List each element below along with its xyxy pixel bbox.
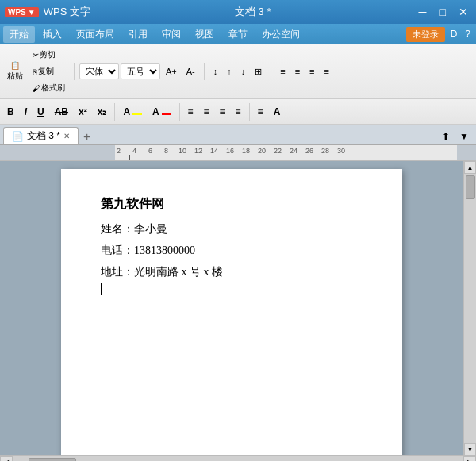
highlight-label: A	[123, 106, 129, 117]
highlight-button[interactable]: A	[119, 105, 146, 119]
font-shrink-button[interactable]: A-	[182, 64, 199, 79]
close-button[interactable]: ✕	[455, 6, 471, 18]
wps-logo-arrow: ▼	[28, 8, 36, 17]
paste-icon: 📋	[10, 61, 20, 70]
cut-button[interactable]: ✂ 剪切	[29, 47, 69, 63]
menu-item-review[interactable]: 审阅	[155, 26, 187, 43]
copy-button[interactable]: ⎘ 复制	[29, 63, 69, 79]
text-right-button[interactable]: ≡	[216, 105, 229, 119]
ruler-num-22: 22	[274, 147, 282, 155]
align-justify-button[interactable]: ≡	[321, 64, 333, 79]
highlight-color	[132, 113, 142, 115]
minimize-button[interactable]: ─	[416, 6, 430, 18]
sort-button[interactable]: ↓	[237, 64, 250, 79]
h-scroll-thumb[interactable]	[29, 458, 76, 461]
italic-button[interactable]: I	[21, 105, 31, 119]
h-scroll-track	[13, 456, 463, 461]
ruler-num-28: 28	[321, 147, 329, 155]
bold-button[interactable]: B	[3, 105, 18, 119]
title-doc-name: 文档 3 *	[235, 5, 271, 19]
page-content: 第九软件网 姓名：李小曼 电话：13813800000 地址：光明南路 x 号 …	[101, 193, 363, 295]
ruler-content: 2 4 6 8 10 12 14 16 18 20 22 24 26 28 30	[115, 145, 457, 160]
superscript-button[interactable]: x²	[75, 105, 91, 119]
document-title: 第九软件网	[101, 193, 363, 216]
text-left-button[interactable]: ≡	[184, 105, 198, 119]
document-line1: 姓名：李小曼	[101, 219, 363, 239]
scroll-left-button[interactable]: ◀	[0, 456, 13, 461]
ruler-num-14: 14	[210, 147, 218, 155]
menu-item-reference[interactable]: 引用	[122, 26, 154, 43]
table-button[interactable]: ⊞	[251, 64, 266, 79]
copy-icon: ⎘	[33, 67, 37, 76]
text-center-button[interactable]: ≡	[200, 105, 213, 119]
toolbar-row1: 📋 粘贴 ✂ 剪切 ⎘ 复制 🖌 格式刷 宋体 五号 A+ A-	[0, 44, 476, 99]
title-bar: WPS ▼ WPS 文字 文档 3 * ─ □ ✕	[0, 0, 476, 24]
font-grow-button[interactable]: A+	[162, 64, 181, 79]
font-color-button[interactable]: A	[148, 105, 175, 119]
wps-logo[interactable]: WPS ▼	[5, 7, 39, 17]
help-icon[interactable]: ?	[463, 29, 473, 40]
align-center-button[interactable]: ≡	[291, 64, 304, 79]
tab-expand-button[interactable]: ⬆	[438, 129, 454, 144]
separator1	[74, 63, 75, 80]
document-page[interactable]: 第九软件网 姓名：李小曼 电话：13813800000 地址：光明南路 x 号 …	[61, 169, 402, 455]
ruler-num-16: 16	[226, 147, 234, 155]
paste-group: 📋 粘贴 ✂ 剪切 ⎘ 复制 🖌 格式刷	[3, 47, 69, 96]
paste-button[interactable]: 📋 粘贴	[3, 59, 27, 84]
tab-doc3-label: 文档 3 *	[27, 129, 60, 143]
ruler-num-26: 26	[305, 147, 313, 155]
ruler-num-24: 24	[290, 147, 298, 155]
ruler: 2 4 6 8 10 12 14 16 18 20 22 24 26 28 30	[0, 145, 476, 161]
underline-button[interactable]: U	[33, 105, 48, 119]
tab-close-button[interactable]: ✕	[63, 132, 70, 140]
tab-add-button[interactable]: +	[80, 130, 94, 144]
align-right-button[interactable]: ≡	[305, 64, 318, 79]
format-painter-button[interactable]: 🖌 格式刷	[29, 80, 69, 96]
text-justify-button[interactable]: ≡	[232, 105, 245, 119]
line-spacing-button[interactable]: ↕	[209, 64, 222, 79]
menu-item-chapter[interactable]: 章节	[222, 26, 254, 43]
maximize-button[interactable]: □	[436, 6, 449, 18]
tab-menu-button[interactable]: ▼	[455, 129, 473, 144]
toolbar-row2: B I U AB x² x₂ A A ≡ ≡ ≡ ≡ ≡ A	[0, 99, 476, 125]
menu-item-layout[interactable]: 页面布局	[70, 26, 121, 43]
menu-item-view[interactable]: 视图	[189, 26, 221, 43]
scissors-icon: ✂	[33, 51, 39, 60]
menu-item-start[interactable]: 开始	[3, 26, 35, 43]
subscript-button[interactable]: x₂	[94, 105, 111, 119]
separator4	[114, 103, 115, 121]
paste-label: 粘贴	[7, 71, 23, 82]
ruler-num-20: 20	[258, 147, 266, 155]
indent-button[interactable]: ↑	[223, 64, 236, 79]
login-button[interactable]: 未登录	[406, 27, 445, 42]
menu-item-office[interactable]: 办公空间	[255, 26, 306, 43]
shading-button[interactable]: A	[270, 105, 285, 119]
wps-app-label: WPS 文字	[44, 5, 90, 19]
scroll-right-button[interactable]: ▶	[463, 456, 476, 461]
scroll-thumb[interactable]	[466, 175, 475, 199]
tab-bar: 📄 文档 3 * ✕ + ⬆ ▼	[0, 125, 476, 145]
more-button[interactable]: ⋯	[335, 64, 351, 79]
font-name-select[interactable]: 宋体	[79, 63, 119, 79]
menu-item-insert[interactable]: 插入	[36, 26, 68, 43]
skin-icon[interactable]: D	[448, 29, 460, 40]
font-size-select[interactable]: 五号	[121, 63, 160, 79]
ruler-scrollbar-space	[463, 145, 476, 160]
scroll-down-button[interactable]: ▼	[464, 443, 476, 455]
page-canvas[interactable]: 第九软件网 姓名：李小曼 电话：13813800000 地址：光明南路 x 号 …	[0, 161, 463, 455]
vertical-scrollbar: ▲ ▼	[463, 161, 476, 455]
menu-right: 未登录 D ?	[406, 27, 473, 42]
tab-doc3[interactable]: 📄 文档 3 * ✕	[3, 127, 79, 144]
ruler-num-30: 30	[337, 147, 345, 155]
align-left-button[interactable]: ≡	[276, 64, 289, 79]
ruler-indent-marker	[129, 155, 130, 161]
ruler-left-margin	[0, 145, 115, 160]
scroll-up-button[interactable]: ▲	[464, 161, 476, 174]
horizontal-scrollbar: ◀ ▶	[0, 455, 476, 461]
strikethrough-button[interactable]: AB	[51, 105, 72, 119]
cut-label: 剪切	[40, 49, 56, 60]
ruler-right-margin	[457, 145, 463, 160]
title-bar-controls: ─ □ ✕	[416, 6, 471, 18]
separator3	[271, 63, 271, 80]
para-spacing-button[interactable]: ≡	[254, 105, 267, 119]
